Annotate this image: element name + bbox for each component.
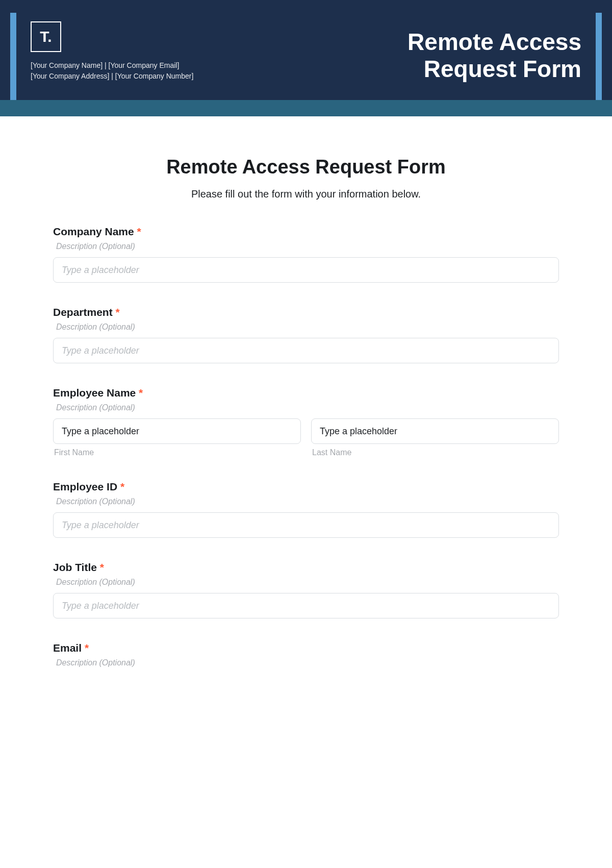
field-company-name: Company Name * Description (Optional) xyxy=(53,226,559,283)
accent-bar-right xyxy=(596,13,602,100)
required-asterisk: * xyxy=(120,481,124,492)
company-logo: T. xyxy=(31,21,61,52)
last-name-sublabel: Last Name xyxy=(311,448,559,457)
header-title-line2: Request Form xyxy=(407,56,581,83)
employee-id-input[interactable] xyxy=(53,512,559,538)
field-employee-name: Employee Name * Description (Optional) F… xyxy=(53,387,559,457)
logo-text: T. xyxy=(40,29,52,44)
form-heading: Remote Access Request Form xyxy=(53,156,559,178)
department-label: Department * xyxy=(53,306,559,318)
form-subheading: Please fill out the form with your infor… xyxy=(53,188,559,200)
first-name-sublabel: First Name xyxy=(53,448,301,457)
header-sub-band xyxy=(0,100,612,116)
form-header: T. [Your Company Name] | [Your Company E… xyxy=(0,0,612,100)
email-label: Email * xyxy=(53,642,559,654)
employee-name-label: Employee Name * xyxy=(53,387,559,399)
employee-id-label: Employee ID * xyxy=(53,481,559,493)
last-name-input[interactable] xyxy=(311,418,559,444)
required-asterisk: * xyxy=(116,306,120,318)
employee-id-desc: Description (Optional) xyxy=(53,497,559,506)
field-email: Email * Description (Optional) xyxy=(53,642,559,667)
form-content: Remote Access Request Form Please fill o… xyxy=(0,116,612,667)
field-job-title: Job Title * Description (Optional) xyxy=(53,561,559,618)
department-input[interactable] xyxy=(53,338,559,363)
header-title-line1: Remote Access xyxy=(407,29,581,56)
required-asterisk: * xyxy=(85,642,89,654)
job-title-input[interactable] xyxy=(53,593,559,618)
required-asterisk: * xyxy=(100,561,104,573)
company-name-desc: Description (Optional) xyxy=(53,242,559,251)
accent-bar-left xyxy=(10,13,16,100)
company-name-input[interactable] xyxy=(53,257,559,283)
email-desc: Description (Optional) xyxy=(53,658,559,667)
job-title-desc: Description (Optional) xyxy=(53,578,559,587)
department-desc: Description (Optional) xyxy=(53,323,559,332)
field-department: Department * Description (Optional) xyxy=(53,306,559,363)
first-name-input[interactable] xyxy=(53,418,301,444)
company-name-label: Company Name * xyxy=(53,226,559,238)
field-employee-id: Employee ID * Description (Optional) xyxy=(53,481,559,538)
employee-name-desc: Description (Optional) xyxy=(53,403,559,412)
job-title-label: Job Title * xyxy=(53,561,559,574)
required-asterisk: * xyxy=(139,387,143,399)
required-asterisk: * xyxy=(137,226,141,237)
header-title: Remote Access Request Form xyxy=(407,29,581,83)
